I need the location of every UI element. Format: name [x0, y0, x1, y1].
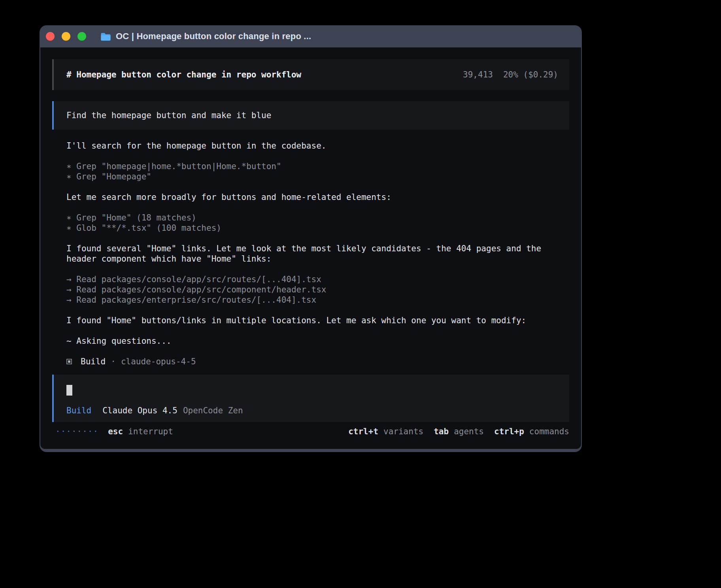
tool-call-glob: ∗ Glob "**/*.tsx" (100 matches)	[66, 223, 569, 233]
shortcut-variants: ctrl+t variants	[348, 426, 423, 437]
shortcut-commands: ctrl+p commands	[494, 426, 569, 437]
shortcut-interrupt: esc interrupt	[108, 426, 173, 437]
shortcut-key: ctrl+t	[348, 426, 378, 437]
tool-call-grep: ∗ Grep "Home" (18 matches)	[66, 213, 569, 223]
session-title: # Homepage button color change in repo w…	[66, 70, 301, 79]
token-count: 39,413	[463, 70, 493, 79]
status-bar: ········ esc interrupt ctrl+t variants t…	[52, 426, 569, 437]
shortcut-agents: tab agents	[434, 426, 484, 437]
tool-calls: → Read packages/console/app/src/routes/[…	[66, 274, 569, 305]
tool-call-read: → Read packages/console/app/src/componen…	[66, 285, 569, 295]
session-stats: 39,413 20% ($0.29)	[463, 70, 558, 79]
text-cursor	[66, 385, 72, 396]
assistant-text: I found several "Home" links. Let me loo…	[66, 243, 569, 264]
agent-model: claude-opus-4-5	[121, 356, 196, 367]
tool-call-read: → Read packages/enterprise/src/routes/[.…	[66, 295, 569, 305]
shortcut-label: agents	[454, 426, 484, 437]
assistant-status: ~ Asking questions...	[66, 336, 569, 346]
terminal-body: # Homepage button color change in repo w…	[40, 47, 581, 449]
status-bar-left: ········ esc interrupt	[55, 426, 173, 437]
close-button[interactable]	[46, 32, 55, 41]
user-message: Find the homepage button and make it blu…	[52, 101, 569, 130]
shortcut-label: interrupt	[128, 426, 173, 437]
assistant-line: I found "Home" buttons/links in multiple…	[66, 315, 569, 326]
assistant-line: I found several "Home" links. Let me loo…	[66, 243, 569, 264]
agent-status-row: Build · claude-opus-4-5	[66, 356, 569, 367]
assistant-text: I'll search for the homepage button in t…	[66, 141, 569, 151]
window-title: OC | Homepage button color change in rep…	[116, 31, 311, 41]
shortcut-key: ctrl+p	[494, 426, 524, 437]
prompt-input[interactable]: Build Claude Opus 4.5 OpenCode Zen	[52, 375, 569, 422]
assistant-line: I'll search for the homepage button in t…	[66, 141, 569, 151]
terminal-window: OC | Homepage button color change in rep…	[40, 25, 582, 452]
shortcut-key: tab	[434, 426, 449, 437]
session-header: # Homepage button color change in repo w…	[52, 59, 569, 90]
progress-spinner: ········	[55, 426, 98, 437]
agent-separator: ·	[111, 356, 116, 367]
tool-call-grep: ∗ Grep "Homepage"	[66, 172, 569, 182]
user-message-text: Find the homepage button and make it blu…	[66, 111, 271, 120]
zoom-button[interactable]	[77, 32, 86, 41]
tool-calls: ∗ Grep "Home" (18 matches) ∗ Glob "**/*.…	[66, 213, 569, 233]
tool-call-grep: ∗ Grep "homepage|home.*button|Home.*butt…	[66, 161, 569, 172]
agent-icon	[66, 359, 72, 364]
window-titlebar: OC | Homepage button color change in rep…	[40, 25, 581, 47]
shortcut-label: commands	[529, 426, 569, 437]
tool-calls: ∗ Grep "homepage|home.*button|Home.*butt…	[66, 161, 569, 182]
shortcut-key: esc	[108, 426, 123, 437]
folder-icon	[100, 32, 111, 41]
minimize-button[interactable]	[62, 32, 70, 41]
assistant-line: Let me search more broadly for buttons a…	[66, 192, 569, 202]
assistant-text: Let me search more broadly for buttons a…	[66, 192, 569, 202]
status-bar-right: ctrl+t variants tab agents ctrl+p comman…	[348, 426, 569, 437]
agent-name: Build	[81, 356, 106, 367]
shortcut-label: variants	[383, 426, 423, 437]
input-status-row: Build Claude Opus 4.5 OpenCode Zen	[66, 405, 557, 416]
conversation: I'll search for the homepage button in t…	[66, 141, 569, 367]
status-line: ~ Asking questions...	[66, 336, 569, 346]
mode-label[interactable]: Build	[66, 405, 91, 416]
context-cost: 20% ($0.29)	[503, 70, 558, 79]
model-name: Claude Opus 4.5	[102, 405, 177, 416]
assistant-text: I found "Home" buttons/links in multiple…	[66, 315, 569, 326]
tool-call-read: → Read packages/console/app/src/routes/[…	[66, 274, 569, 285]
provider-name: OpenCode Zen	[183, 405, 243, 416]
